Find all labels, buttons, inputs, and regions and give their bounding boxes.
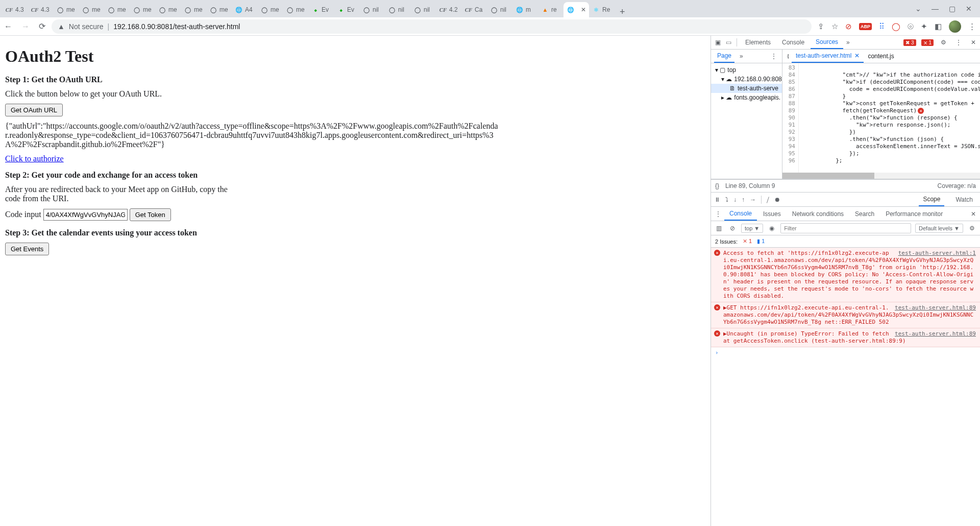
console-error-message[interactable]: ✕test-auth-server.html:89▶Uncaught (in p… [711,328,980,347]
drawer-tab-console[interactable]: Console [724,207,757,221]
window-maximize-icon[interactable]: ▢ [949,5,955,13]
browser-tab[interactable]: ◯me [206,2,232,17]
browser-tab[interactable]: CFCa [461,2,487,17]
browser-tab[interactable]: ◯me [104,2,130,17]
browser-tab[interactable]: 🌐 ✕ [564,2,589,17]
share-icon[interactable]: ⇪ [818,22,824,31]
ext-noscript-icon[interactable]: ⊘ [845,22,852,31]
browser-tab[interactable]: CF4.2 [436,2,461,17]
close-tab-icon[interactable]: ✕ [581,6,586,13]
browser-tab[interactable]: ◯nil [359,2,385,17]
browser-tab[interactable]: ⬥Ev [334,2,359,17]
ext-origin-icon[interactable]: ◯ [892,22,900,31]
drawer-tab-perf[interactable]: Performance monitor [880,207,948,221]
file-nav-icon[interactable]: ⦉ [785,53,792,60]
code-lines[interactable]: "cmt">// "kw">if the authorization code … [799,63,980,173]
pause-exceptions-icon[interactable]: ⏺ [774,196,780,203]
browser-tab[interactable]: CF4.3 [28,2,53,17]
console-filter-input[interactable] [780,223,911,233]
console-error-message[interactable]: ✕test-auth-server.html:89▶GET https://if… [711,302,980,328]
bookmark-icon[interactable]: ☆ [831,22,838,31]
console-settings-icon[interactable]: ⚙ [967,225,977,232]
settings-icon[interactable]: ⚙ [939,39,948,46]
braces-icon[interactable]: {} [715,182,719,189]
inspect-icon[interactable]: ▣ [713,39,723,46]
drawer-menu-icon[interactable]: ⋮ [713,210,723,218]
tab-elements[interactable]: Elements [740,36,776,49]
browser-tab[interactable]: ◯me [53,2,79,17]
browser-tab[interactable]: CF4.3 [2,2,28,17]
step-out-icon[interactable]: ↑ [742,196,745,203]
console-error-message[interactable]: ✕test-auth-server.html:1Access to fetch … [711,248,980,302]
tab-dropdown-icon[interactable]: ⌄ [915,5,921,13]
issues-bar[interactable]: 2 Issues: ⨯ 1 ▮ 1 [711,235,980,248]
browser-tab[interactable]: 🌐A4 [232,2,257,17]
ext-cast-icon[interactable]: ⦾ [908,22,914,31]
levels-selector[interactable]: Default levels ▼ [915,224,963,233]
file-tab-active[interactable]: test-auth-server.html ✕ [792,50,864,63]
deactivate-bp-icon[interactable]: ⧸ [767,196,769,203]
browser-tab[interactable]: ◯nil [385,2,410,17]
watch-tab[interactable]: Watch [951,193,977,206]
browser-tab[interactable]: ◯me [130,2,155,17]
message-source-link[interactable]: test-auth-server.html:89 [895,330,976,338]
live-expr-icon[interactable]: ◉ [767,225,776,232]
browser-tab[interactable]: ◯me [181,2,206,17]
reload-icon[interactable]: ⟳ [39,21,45,31]
get-token-button[interactable]: Get Token [130,208,171,221]
profile-avatar[interactable] [949,20,961,33]
pause-icon[interactable]: ⏸ [714,196,720,203]
step-over-icon[interactable]: ⤵ [725,196,728,203]
drawer-tab-issues[interactable]: Issues [758,207,786,221]
forward-icon[interactable]: → [21,22,30,31]
file-tab-1[interactable]: content.js [864,50,898,63]
browser-tab[interactable]: ◯me [283,2,308,17]
device-icon[interactable]: ▭ [724,39,733,46]
nav-menu-icon[interactable]: ⋮ [769,53,779,60]
drawer-close-icon[interactable]: ✕ [969,210,978,218]
ext-translate-icon[interactable]: ⠿ [879,22,885,31]
browser-tab[interactable]: ◯nil [410,2,436,17]
menu-icon[interactable]: ⋮ [968,22,976,31]
tab-console[interactable]: Console [777,36,810,49]
scope-tab[interactable]: Scope [919,193,944,206]
step-icon[interactable]: → [750,196,756,203]
tree-origin[interactable]: ▾ ☁ 192.168.0.90:8081 [711,75,782,84]
nav-tab-page[interactable]: Page [714,50,734,63]
sidepanel-icon[interactable]: ◧ [935,22,942,31]
console-sidebar-icon[interactable]: ▥ [714,225,724,232]
back-icon[interactable]: ← [4,22,12,31]
more-tabs-icon[interactable]: » [844,39,852,46]
close-tab-icon[interactable]: ✕ [854,52,860,59]
code-input[interactable] [43,209,128,221]
window-close-icon[interactable]: ✕ [966,5,972,13]
drawer-tab-network[interactable]: Network conditions [787,207,849,221]
browser-tab[interactable]: ⚛Re [589,2,615,17]
context-selector[interactable]: top ▼ [741,224,763,233]
devtools-close-icon[interactable]: ✕ [969,39,978,46]
address-bar[interactable]: ▲ Not secure | 192.168.0.90:8081/test-au… [52,19,812,34]
message-source-link[interactable]: test-auth-server.html:89 [895,304,976,312]
console-prompt[interactable]: › [711,347,980,358]
tab-sources[interactable]: Sources [811,36,843,49]
browser-tab[interactable]: ◯me [79,2,104,17]
new-tab-button[interactable]: + [615,7,630,17]
browser-tab[interactable]: ◯nil [487,2,512,17]
warn-count-badge[interactable]: ⨯ 1 [921,39,934,46]
ext-abp-icon[interactable]: ABP [859,23,872,30]
browser-tab[interactable]: ◯me [257,2,283,17]
tree-top[interactable]: ▾ ▢ top [711,65,782,75]
get-events-button[interactable]: Get Events [5,243,49,255]
get-oauth-url-button[interactable]: Get OAuth URL [5,104,63,116]
devtools-menu-icon[interactable]: ⋮ [953,39,964,46]
browser-tab[interactable]: 🌐m [512,2,538,17]
console-clear-icon[interactable]: ⊘ [728,225,737,232]
error-count-badge[interactable]: ✖ 3 [903,39,916,46]
browser-tab[interactable]: ◯me [155,2,181,17]
nav-more-icon[interactable]: » [738,53,745,60]
browser-tab[interactable]: ⬥Ev [308,2,334,17]
tree-file-active[interactable]: 🗎 test-auth-serve [711,84,782,93]
message-source-link[interactable]: test-auth-server.html:1 [898,250,976,257]
code-hscroll[interactable] [782,173,980,179]
browser-tab[interactable]: ▲re [538,2,564,17]
